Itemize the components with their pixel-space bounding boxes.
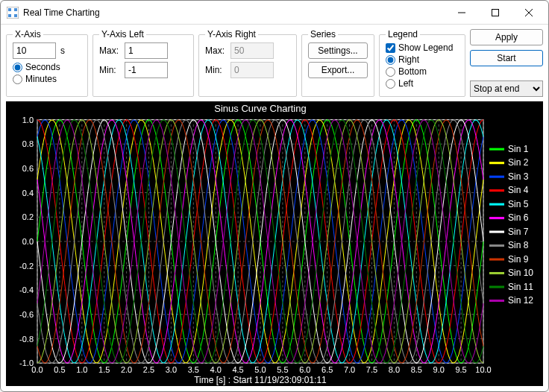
svg-text:Sin 9: Sin 9 (508, 254, 529, 265)
start-button[interactable]: Start (470, 50, 543, 66)
svg-text:-0.6: -0.6 (19, 310, 34, 319)
yright-max-input (230, 42, 274, 59)
svg-rect-98 (489, 300, 504, 302)
controls-row: X-Axis s Seconds Minutes Y-Axis Left Max… (6, 29, 543, 97)
svg-text:Sin 10: Sin 10 (508, 268, 533, 278)
svg-rect-92 (489, 259, 504, 261)
legend-bottom-radio[interactable] (386, 67, 395, 77)
series-legend: Series (308, 29, 338, 39)
svg-rect-4 (14, 14, 17, 17)
svg-text:5.5: 5.5 (277, 364, 288, 373)
svg-rect-3 (8, 14, 11, 17)
svg-text:6.0: 6.0 (299, 364, 310, 373)
svg-text:8.5: 8.5 (411, 364, 422, 373)
svg-text:0.5: 0.5 (54, 364, 65, 373)
legend-group: Legend Show Legend Right Bottom Left (379, 29, 465, 97)
svg-rect-2 (14, 8, 17, 11)
svg-text:7.0: 7.0 (344, 364, 355, 373)
svg-text:Sin 1: Sin 1 (508, 144, 529, 154)
svg-text:3.5: 3.5 (188, 364, 199, 373)
app-icon (7, 7, 19, 19)
svg-text:1.0: 1.0 (76, 364, 87, 373)
svg-text:4.5: 4.5 (232, 364, 243, 373)
xaxis-legend: X-Axis (13, 29, 43, 39)
xaxis-seconds-option[interactable]: Seconds (13, 62, 81, 72)
series-settings-button[interactable]: Settings... (308, 42, 368, 59)
svg-text:0.4: 0.4 (22, 189, 34, 197)
window-title: Real Time Charting (23, 7, 445, 18)
svg-rect-96 (489, 285, 504, 288)
svg-text:0.6: 0.6 (22, 164, 34, 173)
svg-text:Sin 7: Sin 7 (508, 227, 529, 237)
svg-rect-82 (489, 189, 504, 192)
svg-rect-84 (489, 203, 504, 206)
client-area: X-Axis s Seconds Minutes Y-Axis Left Max… (1, 25, 548, 391)
svg-rect-78 (489, 162, 504, 164)
svg-text:0.0: 0.0 (22, 237, 34, 246)
yright-group: Y-Axis Right Max: Min: (198, 29, 297, 97)
svg-rect-94 (489, 272, 504, 274)
legend-right-radio[interactable] (386, 55, 395, 65)
legend-left-option[interactable]: Left (386, 78, 459, 89)
svg-text:8.0: 8.0 (389, 364, 400, 373)
xaxis-minutes-radio[interactable] (13, 75, 22, 84)
legend-bottom-option[interactable]: Bottom (386, 66, 459, 77)
xaxis-group: X-Axis s Seconds Minutes (6, 29, 88, 97)
yright-min-label: Min: (205, 65, 226, 75)
legend-left-radio[interactable] (386, 79, 395, 89)
svg-text:Sin 11: Sin 11 (508, 281, 533, 291)
svg-text:0.8: 0.8 (22, 139, 34, 148)
svg-text:1.5: 1.5 (98, 364, 110, 373)
svg-text:5.0: 5.0 (254, 364, 266, 373)
close-button[interactable] (512, 1, 545, 24)
actions-column: Apply Start Stop at end (470, 29, 543, 97)
svg-text:Sin 6: Sin 6 (508, 212, 529, 223)
svg-rect-76 (489, 148, 504, 151)
yleft-min-label: Min: (99, 65, 120, 75)
xaxis-minutes-option[interactable]: Minutes (13, 74, 81, 84)
yleft-group: Y-Axis Left Max: Min: (92, 29, 194, 97)
xaxis-seconds-radio[interactable] (13, 63, 22, 72)
yleft-min-input[interactable] (125, 62, 168, 78)
svg-rect-90 (489, 244, 504, 247)
titlebar: Real Time Charting (1, 1, 548, 25)
xaxis-value-input[interactable] (13, 42, 56, 59)
svg-rect-80 (489, 176, 504, 178)
svg-text:-0.2: -0.2 (19, 262, 34, 271)
close-icon (525, 9, 533, 16)
svg-text:Sin 2: Sin 2 (508, 157, 529, 168)
svg-text:6.5: 6.5 (321, 364, 333, 373)
minimize-icon (458, 9, 465, 16)
svg-text:9.5: 9.5 (455, 364, 466, 373)
svg-rect-1 (8, 8, 11, 11)
svg-text:Sinus Curve Charting: Sinus Curve Charting (214, 103, 306, 114)
svg-text:3.0: 3.0 (166, 364, 177, 373)
svg-text:Time [s] : Start 11/19/23:09:0: Time [s] : Start 11/19/23:09:01:11 (194, 375, 327, 385)
legend-legend: Legend (386, 29, 420, 39)
minimize-button[interactable] (445, 1, 478, 24)
yleft-max-label: Max: (99, 45, 120, 56)
mode-combo[interactable]: Stop at end (470, 80, 543, 97)
yleft-max-input[interactable] (125, 42, 168, 59)
legend-show-checkbox[interactable] (386, 43, 395, 53)
svg-text:9.0: 9.0 (433, 364, 445, 373)
svg-text:-0.8: -0.8 (19, 335, 34, 344)
svg-text:-1.0: -1.0 (19, 358, 34, 367)
svg-text:Sin 3: Sin 3 (508, 171, 529, 182)
svg-text:2.5: 2.5 (143, 364, 154, 373)
series-export-button[interactable]: Export... (308, 62, 368, 78)
svg-rect-86 (489, 217, 504, 219)
apply-button[interactable]: Apply (470, 29, 543, 45)
svg-text:Sin 4: Sin 4 (508, 185, 529, 195)
app-window: Real Time Charting X-Axis s (0, 0, 549, 392)
maximize-button[interactable] (478, 1, 512, 24)
yright-max-label: Max: (205, 45, 226, 56)
legend-show-option[interactable]: Show Legend (386, 42, 459, 53)
svg-text:2.0: 2.0 (121, 364, 132, 373)
yright-legend: Y-Axis Right (205, 29, 258, 39)
yleft-legend: Y-Axis Left (99, 29, 146, 39)
series-group: Series Settings... Export... (301, 29, 374, 97)
svg-text:-0.4: -0.4 (19, 285, 34, 294)
legend-right-option[interactable]: Right (386, 54, 459, 65)
svg-text:7.5: 7.5 (366, 364, 377, 373)
